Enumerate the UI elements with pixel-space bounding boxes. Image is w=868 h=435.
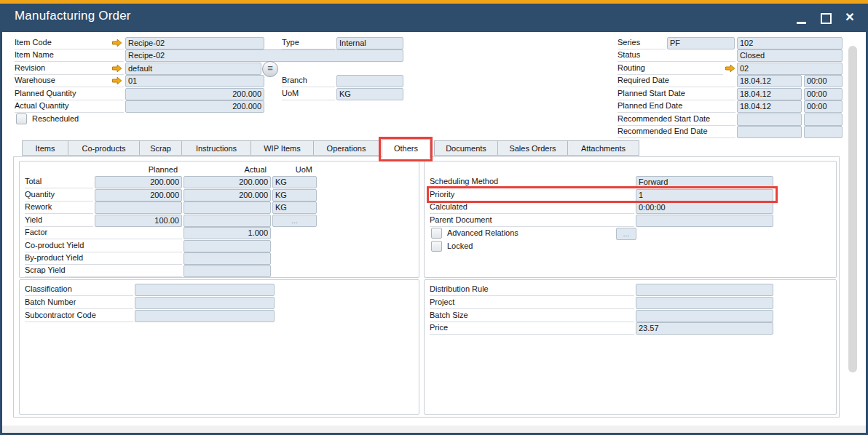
planned-end-date-field[interactable]: 18.04.12 <box>737 100 802 113</box>
uom-label: UoM <box>282 88 335 100</box>
locked-label: Locked <box>447 241 473 252</box>
batch-size-field[interactable] <box>636 310 773 322</box>
quantity-actual-field[interactable]: 200.000 <box>184 189 271 201</box>
series-field[interactable]: PF <box>667 37 735 49</box>
batch-number-label: Batch Number <box>25 297 133 309</box>
minimize-icon[interactable] <box>797 22 806 24</box>
distribution-rule-field[interactable] <box>636 284 773 296</box>
status-field[interactable]: Closed <box>737 49 843 62</box>
actual-quantity-field[interactable]: 200.000 <box>125 100 264 113</box>
quantity-planned-field[interactable]: 200.000 <box>95 189 182 201</box>
link-arrow-icon[interactable] <box>725 64 735 73</box>
planned-quantity-label: Planned Quantity <box>15 88 124 100</box>
total-planned-field[interactable]: 200.000 <box>95 176 182 188</box>
yield-uom-ellipsis-button[interactable]: ... <box>272 215 317 227</box>
status-bar-area <box>2 426 866 433</box>
warehouse-field[interactable]: 01 <box>125 75 264 87</box>
recommended-start-time-field[interactable] <box>804 113 843 126</box>
rework-label: Rework <box>25 201 93 214</box>
factor-label: Factor <box>25 227 182 239</box>
uom-field[interactable]: KG <box>336 88 403 100</box>
calculated-label: Calculated <box>430 201 634 214</box>
by-product-yield-label: By-product Yield <box>25 252 182 265</box>
planned-end-date-label: Planned End Date <box>618 100 735 113</box>
warehouse-label: Warehouse <box>15 75 124 87</box>
batch-size-label: Batch Size <box>430 310 634 322</box>
link-arrow-icon[interactable] <box>111 64 122 73</box>
revision-field[interactable]: default <box>125 63 261 75</box>
series-label: Series <box>618 37 666 49</box>
required-time-field[interactable]: 00:00 <box>804 75 843 87</box>
subcontractor-code-field[interactable] <box>135 310 275 322</box>
window-title: Manufacturing Order <box>15 9 131 23</box>
tab-others[interactable]: Others <box>382 139 430 158</box>
project-field[interactable] <box>636 297 773 309</box>
advanced-relations-ellipsis-button[interactable]: ... <box>616 228 636 240</box>
co-product-yield-field[interactable] <box>184 240 271 252</box>
planned-quantity-field[interactable]: 200.000 <box>125 88 264 100</box>
actual-column-header: Actual <box>184 164 267 175</box>
manufacturing-order-window: Manufacturing Order ✕ Item Code Recipe-0… <box>0 0 868 435</box>
quantity-uom-field[interactable]: KG <box>272 189 317 201</box>
recommended-start-date-label: Recommended Start Date <box>618 113 735 126</box>
yield-actual-field[interactable] <box>184 215 271 227</box>
tab-operations[interactable]: Operations <box>313 140 379 156</box>
planned-start-date-field[interactable]: 18.04.12 <box>737 88 802 100</box>
selection-list-icon[interactable]: ≡ <box>262 61 278 77</box>
tab-wip-items[interactable]: WIP Items <box>250 140 314 156</box>
factor-field[interactable]: 1.000 <box>184 227 271 239</box>
item-code-field[interactable]: Recipe-02 <box>125 37 264 49</box>
yield-planned-field[interactable]: 100.00 <box>95 215 182 227</box>
routing-field[interactable]: 02 <box>737 63 843 75</box>
calculated-field[interactable]: 0:00:00 <box>636 201 773 214</box>
link-arrow-icon[interactable] <box>111 76 122 85</box>
rescheduled-checkbox[interactable] <box>16 113 27 124</box>
rework-planned-field[interactable] <box>95 201 182 214</box>
item-name-field[interactable]: Recipe-02 <box>125 49 403 62</box>
recommended-end-date-field[interactable] <box>737 126 802 138</box>
parent-document-field[interactable] <box>636 215 773 227</box>
total-uom-field[interactable]: KG <box>272 176 317 188</box>
locked-checkbox[interactable] <box>431 241 442 252</box>
item-name-label: Item Name <box>15 49 124 62</box>
rework-uom-field[interactable]: KG <box>272 201 317 214</box>
scrap-yield-field[interactable] <box>184 265 271 277</box>
planned-end-time-field[interactable]: 00:00 <box>804 100 843 113</box>
vertical-scrollbar-thumb[interactable] <box>848 46 857 372</box>
total-actual-field[interactable]: 200.000 <box>184 176 271 188</box>
type-field[interactable]: Internal <box>336 37 403 49</box>
priority-field[interactable]: 1 <box>636 189 773 201</box>
priority-label: Priority <box>430 189 634 201</box>
branch-field[interactable] <box>336 75 403 87</box>
planned-start-time-field[interactable]: 00:00 <box>804 88 843 100</box>
by-product-yield-field[interactable] <box>184 252 271 265</box>
advanced-relations-checkbox[interactable] <box>431 228 442 239</box>
tab-instructions[interactable]: Instructions <box>181 140 251 156</box>
required-date-field[interactable]: 18.04.12 <box>737 75 802 87</box>
tab-items[interactable]: Items <box>22 140 68 156</box>
tab-documents[interactable]: Documents <box>434 140 498 156</box>
batch-number-field[interactable] <box>135 297 275 309</box>
classification-label: Classification <box>25 284 133 296</box>
tab-attachments[interactable]: Attachments <box>567 140 639 156</box>
actual-quantity-label: Actual Quantity <box>15 100 124 113</box>
series-number-field[interactable]: 102 <box>737 37 843 49</box>
close-icon[interactable]: ✕ <box>843 9 857 25</box>
classification-field[interactable] <box>135 284 275 296</box>
maximize-icon[interactable] <box>821 13 832 24</box>
yield-label: Yield <box>25 215 93 227</box>
price-field[interactable]: 23.57 <box>636 322 773 335</box>
tab-scrap[interactable]: Scrap <box>139 140 182 156</box>
recommended-end-time-field[interactable] <box>804 126 843 138</box>
scheduling-method-field[interactable]: Forward <box>636 176 773 188</box>
rework-actual-field[interactable] <box>184 201 271 214</box>
recommended-start-date-field[interactable] <box>737 113 802 126</box>
planned-column-header: Planned <box>95 164 178 175</box>
link-arrow-icon[interactable] <box>111 39 122 47</box>
tab-sales-orders[interactable]: Sales Orders <box>497 140 568 156</box>
co-product-yield-label: Co-product Yield <box>25 240 182 252</box>
total-label: Total <box>25 176 93 188</box>
tab-co-products[interactable]: Co-products <box>68 140 140 156</box>
branch-label: Branch <box>282 75 335 87</box>
required-date-label: Required Date <box>618 75 735 87</box>
